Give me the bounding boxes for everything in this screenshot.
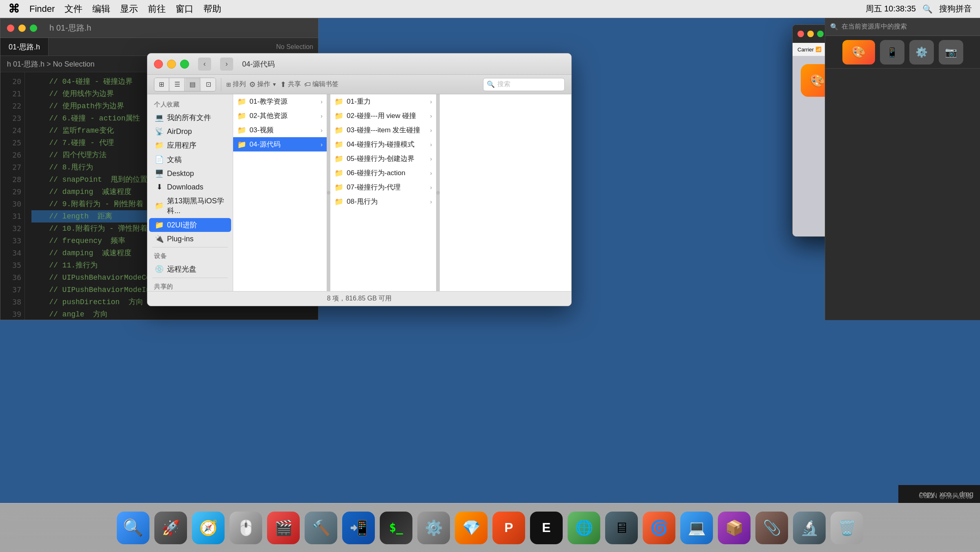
dock-phone[interactable]: 📲	[342, 512, 375, 544]
sidebar-item-label: 我的所有文件	[167, 113, 211, 122]
finder-search[interactable]: 🔍 搜索	[483, 78, 565, 91]
dock-mouse[interactable]: 🖱️	[229, 512, 262, 544]
dock-launchpad[interactable]: 🚀	[154, 512, 187, 544]
menu-finder[interactable]: Finder	[29, 4, 55, 14]
col2-item-2[interactable]: 📁 03-碰撞---item 发生碰撞 ›	[330, 123, 436, 137]
dock-app-17[interactable]: 📦	[718, 512, 751, 544]
folder-icon: 📁	[155, 201, 164, 210]
xcode-icon-1[interactable]: 📱	[880, 40, 904, 65]
view-list[interactable]: ☰	[170, 78, 185, 91]
code-tab-active[interactable]: 01-思路.h	[0, 38, 49, 56]
view-column[interactable]: ▤	[185, 78, 200, 91]
dock-settings[interactable]: ⚙️	[417, 512, 450, 544]
folder-icon: 📁	[155, 220, 164, 229]
col2-item-label: 03-碰撞---item 发生碰撞	[347, 125, 420, 135]
dock-trash[interactable]: 🗑️	[831, 512, 863, 544]
finder-column-1: 📁 01-教学资源 › 📁 02-其他资源 › 📁 03-视频 › 📁 04-源…	[233, 94, 327, 291]
apple-menu[interactable]: ⌘	[8, 2, 20, 16]
line-number: 33	[4, 235, 21, 247]
sidebar-item-label: Downloads	[167, 183, 203, 191]
dock-app-15[interactable]: 🌀	[643, 512, 675, 544]
search-icon[interactable]: 🔍	[922, 4, 933, 14]
col1-item-2[interactable]: 📁 03-视频 ›	[233, 123, 327, 137]
sidebar-item-documents[interactable]: 📄 文稿	[149, 153, 231, 167]
finder-maximize[interactable]	[180, 60, 189, 69]
xcode-icon-0[interactable]: 🎨	[842, 40, 875, 65]
sidebar-item-plugins[interactable]: 🔌 Plug-ins	[149, 232, 231, 245]
col1-item-1[interactable]: 📁 02-其他资源 ›	[233, 109, 327, 123]
menu-view[interactable]: 显示	[120, 3, 138, 15]
dock-video-player[interactable]: 🎬	[267, 512, 300, 544]
xcode-icon-3[interactable]: 📷	[939, 40, 963, 65]
dock-safari[interactable]: 🧭	[192, 512, 225, 544]
sidebar-item-desktop[interactable]: 🖥️ Desktop	[149, 167, 231, 180]
column-resizer[interactable]: ⊕	[327, 94, 330, 291]
finder-forward[interactable]: ›	[220, 58, 233, 71]
dock-app-18[interactable]: 📎	[755, 512, 788, 544]
dock-sketch[interactable]: 💎	[455, 512, 488, 544]
minimize-button[interactable]	[18, 24, 26, 32]
col2-item-label: 07-碰撞行为-代理	[347, 183, 401, 192]
sidebar-item-airdrop[interactable]: 📡 AirDrop	[149, 125, 231, 138]
sort-button[interactable]: ⊞ 排列	[226, 80, 246, 89]
col2-item-5[interactable]: 📁 06-碰撞行为-action ›	[330, 166, 436, 180]
col2-item-7[interactable]: 📁 08-甩行为 ›	[330, 194, 436, 209]
col2-item-4[interactable]: 📁 05-碰撞行为-创建边界 ›	[330, 151, 436, 166]
line-number: 34	[4, 247, 21, 259]
dock-terminal[interactable]: $_	[380, 512, 412, 544]
sidebar-item-blackhorse[interactable]: 📁 第13期黑马iOS学科...	[149, 194, 231, 218]
sidebar-item-applications[interactable]: 📁 应用程序	[149, 138, 231, 152]
close-button[interactable]	[7, 24, 14, 32]
xcode-icon-2[interactable]: ⚙️	[909, 40, 934, 65]
col1-item-0[interactable]: 📁 01-教学资源 ›	[233, 94, 327, 109]
xcode-search-bar[interactable]: 🔍 在当前资源库中的搜索	[825, 18, 980, 36]
finder-window: ‹ › 04-源代码 ⊞ ☰ ▤ ⊡ ⊞ 排列 ⚙ 操作 ▼ ⬆ 共享 🏷 编辑…	[147, 53, 572, 306]
line-number: 21	[4, 88, 21, 100]
dock-app-19[interactable]: 🔬	[793, 512, 826, 544]
col2-item-0[interactable]: 📁 01-重力 ›	[330, 94, 436, 109]
dock-app-16[interactable]: 💻	[680, 512, 713, 544]
dock-xcode-tools[interactable]: 🔨	[305, 512, 337, 544]
code-line: // angle 方向	[31, 308, 312, 320]
menu-window[interactable]: 窗口	[176, 3, 194, 15]
col2-item-1[interactable]: 📁 02-碰撞---用 view 碰撞 ›	[330, 109, 436, 123]
desktop-icon: 🖥️	[155, 169, 164, 178]
share-button[interactable]: ⬆ 共享	[280, 80, 301, 89]
line-number: 32	[4, 223, 21, 235]
dock-emmet-app[interactable]: E	[530, 512, 563, 544]
col2-item-6[interactable]: 📁 07-碰撞行为-代理 ›	[330, 180, 436, 194]
dock-pencil-app[interactable]: P	[492, 512, 525, 544]
input-mode[interactable]: 搜狗拼音	[939, 3, 972, 14]
menu-file[interactable]: 文件	[65, 3, 82, 15]
dvd-icon: 💿	[155, 265, 164, 274]
view-icon[interactable]: ⊞	[154, 78, 169, 91]
dock-finder[interactable]: 🔍	[117, 512, 149, 544]
dock-display-app[interactable]: 🖥	[605, 512, 638, 544]
folder-icon: 📁	[334, 183, 343, 192]
menu-go[interactable]: 前往	[148, 3, 166, 15]
sim-minimize[interactable]	[807, 31, 814, 37]
sidebar-item-dvd[interactable]: 💿 远程光盘	[149, 262, 231, 276]
action-button[interactable]: ⚙ 操作 ▼	[249, 80, 277, 89]
sim-close[interactable]	[797, 31, 804, 37]
sidebar-item-allfiles[interactable]: 💻 我的所有文件	[149, 111, 231, 125]
finder-back[interactable]: ‹	[198, 58, 211, 71]
finder-close[interactable]	[154, 60, 163, 69]
col2-item-3[interactable]: 📁 04-碰撞行为-碰撞模式 ›	[330, 137, 436, 151]
col1-item-3[interactable]: 📁 04-源代码 ›	[233, 137, 327, 151]
sidebar-item-02ui[interactable]: 📁 02UI进阶	[149, 218, 231, 232]
bookmark-button[interactable]: 🏷 编辑书签	[304, 80, 339, 89]
finder-minimize[interactable]	[167, 60, 176, 69]
allfiles-icon: 💻	[155, 113, 164, 122]
col2-item-label: 01-重力	[347, 97, 371, 106]
sidebar-item-downloads[interactable]: ⬇ Downloads	[149, 180, 231, 194]
sim-maximize[interactable]	[817, 31, 824, 37]
dock-browser-app[interactable]: 🌐	[568, 512, 600, 544]
finder-current-path: 04-源代码	[242, 59, 275, 69]
menu-help[interactable]: 帮助	[203, 3, 221, 15]
folder-icon: 📁	[334, 126, 343, 135]
maximize-button[interactable]	[30, 24, 37, 32]
menu-edit[interactable]: 编辑	[92, 3, 110, 15]
view-cover[interactable]: ⊡	[201, 78, 216, 91]
column-resizer-2[interactable]: ⊕	[437, 94, 440, 291]
